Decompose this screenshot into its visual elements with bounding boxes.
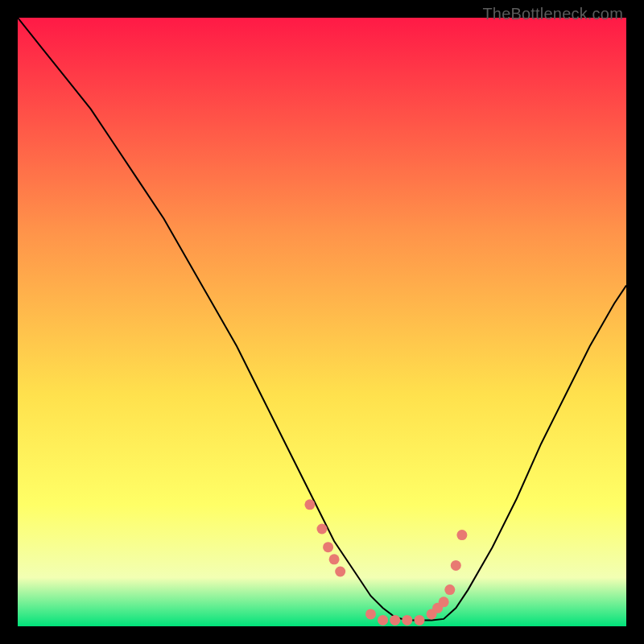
marker-dot <box>444 584 455 595</box>
marker-dot <box>329 554 340 564</box>
marker-dot <box>304 499 315 510</box>
marker-dot <box>415 615 425 625</box>
marker-dot <box>335 567 345 577</box>
marker-dot <box>451 560 461 571</box>
marker-dot <box>323 542 333 552</box>
chart-frame <box>18 18 626 626</box>
bottleneck-chart <box>18 18 626 626</box>
marker-dot <box>365 609 376 619</box>
attribution-text: TheBottleneck.com <box>482 5 623 23</box>
marker-dot <box>439 597 449 607</box>
marker-dot <box>390 615 400 625</box>
marker-dot <box>378 615 388 625</box>
marker-dot <box>402 615 412 625</box>
chart-background <box>18 18 626 626</box>
marker-dot <box>456 530 467 540</box>
marker-dot <box>317 524 328 535</box>
